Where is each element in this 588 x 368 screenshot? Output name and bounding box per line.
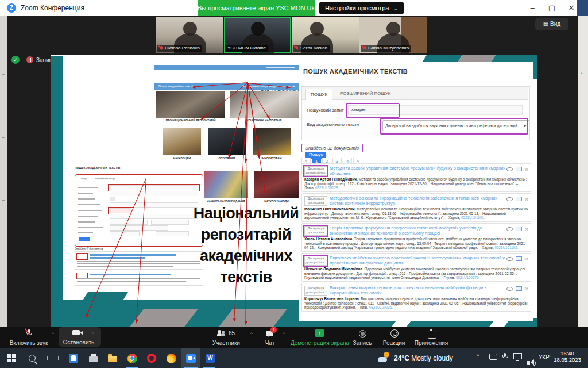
participant-video-2[interactable]: YSC MON Ukraine <box>224 17 291 53</box>
result-badge: Дисертаціядоктор філос. <box>304 166 327 176</box>
mini-form-tab: Розширений пошук <box>95 177 115 180</box>
windows-logo-icon <box>7 354 16 362</box>
reactions-button[interactable]: Реакции <box>378 328 410 347</box>
mini-site-caption: УСІ НОВИНИ НА ПОРТАЛІ <box>230 119 299 122</box>
taskbar-word[interactable]: W <box>201 348 219 368</box>
result-badge: Дисертаціядокторська <box>304 196 327 206</box>
view-label: Вид <box>550 21 560 27</box>
result-title: Теорія і практика формування професійної… <box>330 226 508 236</box>
eye-icon <box>506 197 513 201</box>
taskbar-clock[interactable]: 16:40 18.05.2023 <box>552 350 582 363</box>
participants-chevron[interactable]: ^ <box>250 331 253 336</box>
record-button[interactable]: Запись <box>347 328 377 347</box>
slide-left-bar <box>51 56 63 327</box>
reactions-icon <box>390 329 399 338</box>
date: 18.05.2023 <box>552 356 582 363</box>
apps-button[interactable]: Приложения <box>412 328 450 347</box>
running-indicator <box>184 367 198 368</box>
participant-video-1[interactable]: Oksana Petinova <box>156 17 223 53</box>
participant-video-4[interactable]: Ganna Muzychenko <box>359 17 427 53</box>
scroll-up-arrow: ^ <box>581 71 583 76</box>
weather-icon <box>378 352 390 363</box>
link-icon: % <box>525 167 528 171</box>
result-title: Підготовка майбутніх учителів початкової… <box>330 256 508 266</box>
task-view-icon <box>49 355 57 362</box>
tray-expand-chevron[interactable]: ^ <box>477 354 479 359</box>
tray-mic-icon[interactable] <box>503 353 506 359</box>
zoom-icon <box>186 354 196 363</box>
folder-icon <box>108 356 117 362</box>
background-window-right: ^ <box>578 16 588 348</box>
mini-site-photo <box>156 91 225 118</box>
mini-site-logo-band: N НАЦІОНАЛЬНИЙ РЕПОЗИТАРІЙ АКАДЕМІЧНИХ Т… <box>154 70 299 83</box>
mini-site-caption: НАУКОВЦЯМ <box>163 157 201 160</box>
participant-name-tag: YSC MON Ukraine <box>225 45 268 52</box>
result-actions: % <box>506 197 528 201</box>
chevron-down-icon: ⌄ <box>393 6 398 12</box>
printer-icon <box>89 356 98 362</box>
tab-search: ПОШУК <box>305 89 332 100</box>
participant-name: Serhii Kasian <box>300 45 327 52</box>
maximize-button[interactable]: ▢ <box>542 0 562 16</box>
participant-name-tag: Serhii Kasian <box>293 45 330 52</box>
language-indicator[interactable]: УКР <box>539 354 550 361</box>
minimize-button[interactable]: – <box>523 0 542 16</box>
slide-bottom-band <box>82 292 128 302</box>
viewing-screen-banner: Вы просматриваете экран YSC MON Ukraine <box>198 0 315 16</box>
taskbar-search-button[interactable] <box>23 348 41 368</box>
start-button[interactable] <box>2 348 21 368</box>
result-card: Дисертаціядоктор філос. Використання хма… <box>301 283 531 312</box>
taskbar-weather[interactable]: 24°C Mostly cloudy <box>394 354 453 362</box>
chat-label: Чат <box>257 340 283 346</box>
unmute-button[interactable]: Включить звук <box>5 328 56 347</box>
taskbar-app-movies[interactable] <box>64 348 83 368</box>
stop-video-button[interactable]: ^ Остановить <box>59 327 101 347</box>
running-indicator <box>126 367 138 368</box>
search-form-box: ПОШУК РОЗШИРЕНИЙ ПОШУК Пошуковий запит В… <box>301 86 530 140</box>
card-icon <box>516 167 522 171</box>
mini-form-box: Пошук Розширений пошук <box>75 174 203 247</box>
result-description: Корольчук Валентина Ігорівна. Використан… <box>304 297 528 310</box>
muted-mic-icon <box>363 46 366 51</box>
card-icon <box>516 227 522 231</box>
running-indicator <box>203 367 215 368</box>
close-button[interactable]: ✕ <box>562 0 581 16</box>
participant-head <box>386 22 400 36</box>
record-label: Запись <box>347 340 377 346</box>
task-view-button[interactable] <box>44 348 62 368</box>
taskbar-zoom[interactable] <box>181 348 200 368</box>
audio-options-chevron[interactable]: ^ <box>52 331 54 336</box>
taskbar-app-printer[interactable] <box>84 348 102 368</box>
muted-mic-icon <box>160 46 163 51</box>
opera-icon <box>147 354 156 363</box>
taskbar-file-explorer[interactable] <box>103 348 122 368</box>
taskbar-chrome[interactable] <box>123 348 141 368</box>
participant-video-3[interactable]: Serhii Kasian <box>292 17 359 53</box>
eye-icon <box>506 287 513 291</box>
chat-button[interactable]: 1 Чат <box>257 328 283 347</box>
view-layout-button[interactable]: ▦ Вид <box>535 18 568 30</box>
result-title: Методи та засоби управління системою «ро… <box>330 166 508 176</box>
taskbar-opera[interactable] <box>142 348 161 368</box>
tray-network-icon[interactable] <box>513 353 522 359</box>
share-screen-button[interactable]: Демонстрация экрана <box>290 328 350 347</box>
chat-chevron[interactable]: ^ <box>283 331 285 336</box>
card-icon <box>516 256 522 261</box>
eye-icon <box>506 167 513 171</box>
share-screen-icon <box>315 329 324 337</box>
result-description: Хміль Наталія Анатоліївна. Теорія і прак… <box>304 237 528 250</box>
apps-icon <box>428 330 436 339</box>
tray-volume-icon[interactable] <box>527 361 530 365</box>
share-label: Демонстрация экрана <box>290 340 350 346</box>
windows-taskbar: W 24°C Mostly cloudy ^ УКР 16:40 18.05.2… <box>0 348 588 368</box>
result-title: Використання хмарних сервісів для проект… <box>330 286 508 296</box>
view-settings-dropdown[interactable]: Настройки просмотра⌄ <box>319 2 404 14</box>
tray-zoom-icon[interactable] <box>489 354 497 360</box>
record-icon <box>359 330 366 338</box>
reactions-label: Реакции <box>378 340 410 346</box>
mini-nav-search: Пошук академічних текстів <box>158 83 194 90</box>
participants-button[interactable]: 65 Участники <box>204 328 250 347</box>
result-actions: % <box>506 286 528 291</box>
view-settings-label: Настройки просмотра <box>325 5 389 12</box>
taskbar-firefox[interactable] <box>162 348 180 368</box>
